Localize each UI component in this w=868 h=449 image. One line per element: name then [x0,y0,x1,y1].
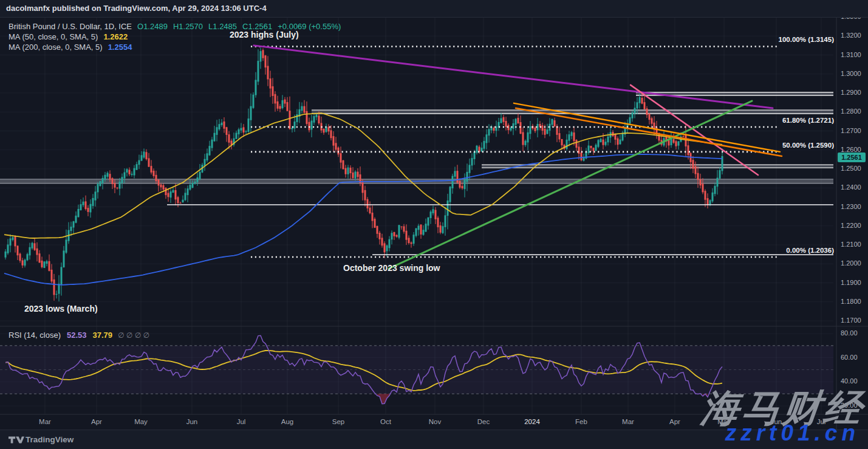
symbol-title: British Pound / U.S. Dollar, 1D, ICE [9,22,132,31]
time-tick-Apr: Apr [669,418,680,425]
chart-annotation-2[interactable]: October 2023 swing low [343,263,440,273]
ma200-row[interactable]: MA (200, close, 0, SMA, 5)1.2554 [9,42,341,52]
price-tick: 1.2000 [841,259,861,267]
time-tick-Mar: Mar [39,418,51,425]
rsi-tick: 40.00 [841,377,858,385]
price-tick: 1.2700 [841,127,861,134]
watermark-url: zzrt01.cn [725,422,859,444]
rsi-hidden-values: ∅ ∅ ∅ ∅ [118,331,149,340]
time-tick-Sep: Sep [332,418,344,425]
time-tick-Aug: Aug [281,418,293,425]
fib-label-0[interactable]: 100.00% (1.3145) [779,36,834,43]
time-tick-May: May [134,418,148,425]
time-tick-Mar: Mar [622,418,634,425]
rsi-value: 52.53 [67,331,87,340]
rsi-legend[interactable]: RSI (14, close)52.5337.79∅ ∅ ∅ ∅ [9,331,149,340]
chart-annotation-0[interactable]: 2023 highs (July) [230,30,299,39]
price-tick: 1.2900 [841,89,861,96]
chart-annotation-1[interactable]: 2023 lows (March) [24,304,98,314]
ma50-value: 1.2622 [103,32,128,41]
price-tick: 1.2400 [841,183,861,191]
ma200-value: 1.2554 [108,43,132,52]
price-chart-canvas[interactable] [0,0,868,449]
price-tick: 1.3200 [841,32,861,39]
tradingview-logo-icon[interactable] [9,436,24,445]
last-price-badge: 1.2561 [838,153,866,162]
snapshot-title: dacolmanfx published on TradingView.com,… [6,4,267,13]
ma200-label: MA (200, close, 0, SMA, 5) [9,43,103,52]
price-tick: 1.2500 [841,165,861,172]
header-bar: dacolmanfx published on TradingView.com,… [0,0,868,18]
price-tick: 1.3100 [841,51,861,58]
time-tick-Apr: Apr [91,418,102,425]
time-tick-Nov: Nov [429,418,441,425]
time-tick-Jul: Jul [237,418,246,425]
price-tick: 1.2300 [841,203,861,210]
price-tick: 1.2800 [841,108,861,115]
time-tick-Oct: Oct [380,418,391,425]
fib-label-1[interactable]: 61.80% (1.2721) [782,117,834,124]
price-tick: 1.2200 [841,222,861,229]
price-tick: 1.1900 [841,279,861,286]
price-tick: 1.1800 [841,298,861,305]
rsi-label: RSI (14, close) [9,331,61,340]
ohlc-high: H1.2570 [173,22,203,31]
price-tick: 1.2600 [841,146,861,153]
price-tick: 1.3000 [841,70,861,77]
tradingview-snapshot: dacolmanfx published on TradingView.com,… [0,0,868,449]
ma50-label: MA (50, close, 0, SMA, 5) [9,32,98,41]
rsi-ma-value: 37.79 [93,331,113,340]
price-tick: 1.1700 [841,317,861,324]
time-tick-Dec: Dec [477,418,490,425]
time-tick-Feb: Feb [575,418,587,425]
rsi-tick: 60.00 [841,354,858,361]
time-tick-Jun: Jun [186,418,198,425]
fib-label-3[interactable]: 0.00% (1.2036) [786,247,834,254]
tradingview-brand[interactable]: TradingView [26,435,73,444]
time-tick-2024: 2024 [524,418,540,425]
ohlc-open: O1.2489 [137,22,168,31]
rsi-tick: 80.00 [841,329,858,337]
price-tick: 1.2100 [841,241,861,248]
fib-label-2[interactable]: 50.00% (1.2590) [782,142,834,149]
